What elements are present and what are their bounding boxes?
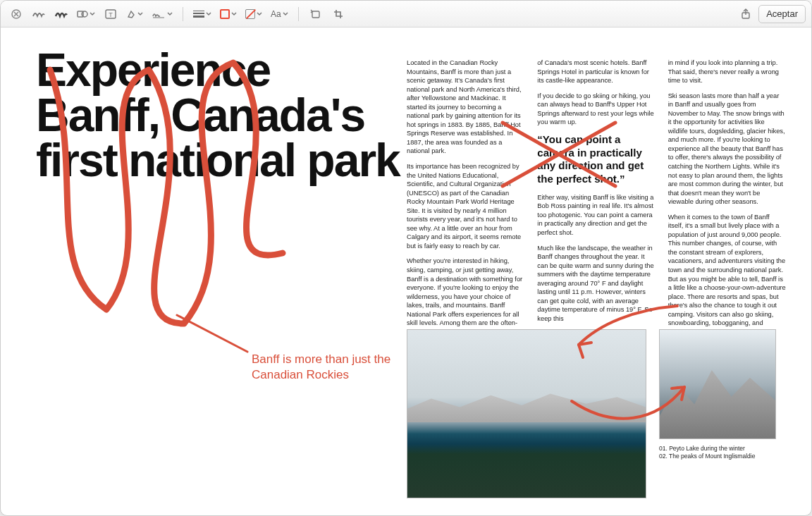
chevron-down-icon [167,11,173,17]
chevron-down-icon [90,11,95,17]
body-paragraph: Located in the Canadian Rocky Mountains,… [407,59,524,156]
stroke-width-dropdown[interactable] [190,5,214,23]
body-paragraph: of Canada's most scenic hotels. Banff Sp… [537,59,655,85]
body-paragraph: If you decide to go skiing or hiking, yo… [537,92,655,127]
column-3: in mind if you look into planning a trip… [668,59,786,369]
photo-peyto-lake [407,329,646,498]
text-aa-label: Aa [271,9,281,19]
chevron-down-icon [231,11,237,17]
photo-row: 01. Peyto Lake during the winter 02. The… [407,329,786,498]
fill-color-dropdown[interactable] [242,5,265,23]
stroke-color-dropdown[interactable] [217,5,240,23]
chevron-down-icon [283,11,288,17]
highlight-dropdown[interactable] [123,5,146,23]
draw-icon[interactable] [51,5,71,23]
text-tool-icon[interactable]: T [101,5,121,23]
leader-line-annotation[interactable] [177,315,247,352]
column-2: of Canada's most scenic hotels. Banff Sp… [537,59,655,369]
photo-inglismaldie [659,329,776,439]
pull-quote: “You can point a camera in practically a… [537,133,655,186]
share-icon[interactable] [736,5,756,23]
rotate-icon[interactable] [306,5,326,23]
accept-button[interactable]: Aceptar [758,5,806,23]
toolbar-separator [298,7,299,21]
accept-label: Aceptar [766,8,798,19]
text-style-dropdown[interactable]: Aa [268,5,291,23]
body-paragraph: Ski season lasts more than half a year i… [668,92,786,207]
article-columns: Located in the Canadian Rocky Mountains,… [407,59,786,369]
body-paragraph: in mind if you look into planning a trip… [668,59,786,85]
sketch-draw-icon[interactable] [29,5,49,23]
annotation-text[interactable]: Banff is more than just the Canadian Roc… [252,352,407,383]
svg-rect-8 [312,11,319,18]
svg-point-4 [82,11,87,17]
crop-icon[interactable] [328,5,348,23]
body-paragraph: Much like the landscape, the weather in … [537,244,655,324]
chevron-down-icon [257,11,262,17]
body-paragraph: When it comes to the town of Banff itsel… [668,213,786,337]
body-paragraph: Its importance has been recognized by th… [407,162,524,250]
svg-text:T: T [109,11,113,18]
markup-toolbar: T Aa [1,1,811,27]
close-icon[interactable] [6,5,26,23]
sign-dropdown[interactable] [149,5,176,23]
color-swatch-icon [220,9,230,19]
no-fill-icon [245,9,255,19]
chevron-down-icon [206,11,211,17]
document-canvas[interactable]: Experience Banff, Canada's first nationa… [1,27,811,515]
body-paragraph: Either way, visiting Banff is like visit… [537,193,655,238]
preview-markup-window: T Aa [0,0,812,516]
chevron-down-icon [137,11,143,17]
shapes-dropdown[interactable] [74,5,98,23]
column-1: Located in the Canadian Rocky Mountains,… [407,59,524,369]
photo-captions: 01. Peyto Lake during the winter 02. The… [659,445,776,460]
photo-side-wrap: 01. Peyto Lake during the winter 02. The… [659,329,776,460]
caption-line: 01. Peyto Lake during the winter [659,445,776,453]
toolbar-separator [183,7,183,21]
caption-line: 02. The peaks of Mount Inglismaldie [659,453,776,460]
article-headline: Experience Banff, Canada's first nationa… [36,47,402,183]
